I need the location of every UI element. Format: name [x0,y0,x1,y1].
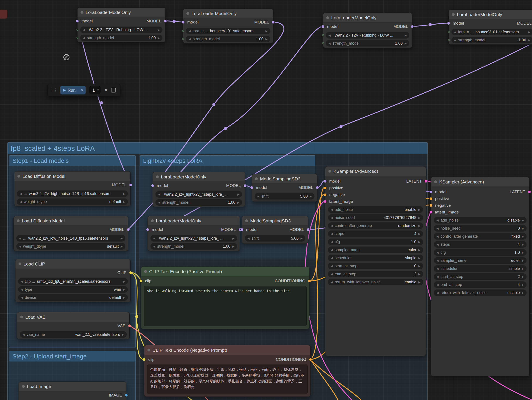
left-arrow-icon[interactable]: ◀ [83,28,85,31]
model-input-port[interactable] [321,25,324,28]
node-ksampler-advanced-high[interactable]: KSampler (Advanced) modelLATENT positive… [325,166,426,356]
clip-output-port[interactable] [129,271,132,274]
shift-widget[interactable]: ◀shift5.00▶ [245,235,305,242]
collapse-dot[interactable] [434,181,437,183]
lora-name-widget[interactable]: ◀Wan2.2 - T2V - Rubbing - LOW ...▶ [80,26,162,33]
link-model-lora2-to-lightx2v-high[interactable] [153,22,284,185]
negative-prompt-textarea[interactable]: 色调艳丽，过曝，静态，细节模糊不清，字幕，风格，作品，画作，画面，静止，整体发灰… [147,364,308,394]
positive-input-port[interactable] [430,197,432,200]
right-arrow-icon[interactable]: ▶ [418,224,420,227]
collapse-dot[interactable] [151,219,154,222]
conditioning-output-port[interactable] [309,358,312,361]
link-cond-negative-to-ksampler-high[interactable] [310,194,325,360]
left-arrow-icon[interactable]: ◀ [437,243,439,246]
right-arrow-icon[interactable]: ▶ [232,237,234,240]
latent-image-input-port[interactable] [430,211,432,214]
queue-count-steppers[interactable]: ▲▼ [97,88,99,92]
steps-widget[interactable]: ◀steps4▶ [434,241,526,248]
collapse-dot[interactable] [147,349,150,351]
right-arrow-icon[interactable]: ▶ [266,29,268,33]
image-output-port[interactable] [125,394,128,397]
collapse-dot[interactable] [20,316,23,319]
collapse-dot[interactable] [19,262,21,265]
node-load-diffusion-model-low[interactable]: Load Diffusion Model MODEL ◀...wan2.2_i2… [13,216,128,251]
conditioning-output-port[interactable] [308,279,311,282]
model-input-port[interactable] [76,19,79,23]
queue-count-input[interactable]: 1 ▲▼ [89,86,101,94]
start-at-step-widget[interactable]: ◀start_at_step2▶ [434,273,526,280]
left-arrow-icon[interactable]: ◀ [437,235,439,238]
right-arrow-icon[interactable]: ▶ [158,28,160,31]
right-arrow-icon[interactable]: ▶ [418,216,420,219]
collapse-dot[interactable] [255,177,258,180]
left-arrow-icon[interactable]: ◀ [21,296,23,299]
noise-seed-widget[interactable]: ◀noise_seed0▶ [434,225,526,231]
right-arrow-icon[interactable]: ▶ [522,267,524,270]
positive-prompt-textarea[interactable]: she is walking forward towards the camer… [144,286,307,326]
control-after-generate-widget[interactable]: ◀control after generaterandomize▶ [328,222,423,229]
node-loraloadermodelonly-4[interactable]: LoraLoaderModelOnly model MODEL ◀lora_n … [449,10,532,45]
left-arrow-icon[interactable]: ◀ [19,200,22,203]
collapse-dot[interactable] [186,12,189,15]
right-arrow-icon[interactable]: ▶ [122,333,124,336]
left-arrow-icon[interactable]: ◀ [437,275,439,278]
right-arrow-icon[interactable]: ▶ [522,251,524,254]
strength-model-widget[interactable]: ◀strength_model1.00▶ [155,199,242,206]
type-widget[interactable]: ◀typewan▶ [18,286,128,293]
link-cond-negative-to-offscreen-1[interactable] [310,360,338,400]
right-arrow-icon[interactable]: ▶ [418,264,420,268]
cancel-button[interactable]: × [104,87,108,93]
left-arrow-icon[interactable]: ◀ [454,31,456,34]
node-load-image[interactable]: Load Image IMAGE [19,381,126,400]
widget-input-port[interactable] [448,31,450,33]
model-input-port[interactable] [430,190,432,194]
right-arrow-icon[interactable]: ▶ [522,235,524,238]
node-titlebar[interactable]: Load CLIP [15,259,130,269]
node-canvas[interactable]: fp8_scaled + 4steps LoRA Step1 - Load mo… [0,0,532,400]
left-arrow-icon[interactable]: ◀ [158,201,160,204]
right-arrow-icon[interactable]: ▶ [232,245,234,248]
collapse-dot[interactable] [328,170,331,173]
node-titlebar[interactable]: CLIP Text Encode (Positive Prompt) [141,267,309,276]
cfg-widget[interactable]: ◀cfg1.0▶ [328,238,423,245]
node-lightx2v-lora-high[interactable]: LoraLoaderModelOnly model MODEL ◀wan2.2_… [153,172,245,207]
clip-name-widget[interactable]: ◀clip ...umt5_xxl_fp8_e4m3fn_scaled.safe… [18,278,128,285]
add-noise-widget[interactable]: ◀add_noisedisable▶ [434,217,526,224]
left-arrow-icon[interactable]: ◀ [189,29,191,33]
cfg-widget[interactable]: ◀cfg1.0▶ [434,249,526,256]
right-arrow-icon[interactable]: ▶ [528,31,530,34]
collapse-dot[interactable] [17,219,19,222]
model-input-port[interactable] [241,228,243,231]
left-arrow-icon[interactable]: ◀ [247,237,250,240]
node-titlebar[interactable]: LoraLoaderModelOnly [323,13,412,23]
left-arrow-icon[interactable]: ◀ [328,34,330,37]
right-arrow-icon[interactable]: ▶ [158,36,160,40]
clip-input-port[interactable] [143,358,146,361]
right-arrow-icon[interactable]: ▶ [418,208,420,211]
model-output-port[interactable] [243,184,247,187]
model-output-port[interactable] [307,228,310,231]
left-arrow-icon[interactable]: ◀ [437,251,439,254]
run-toolbar[interactable]: ⋮⋮ ▶ Run ∨ 1 ▲▼ × [47,84,120,96]
right-arrow-icon[interactable]: ▶ [522,283,524,286]
end-at-step-widget[interactable]: ◀end_at_step2▶ [328,271,423,277]
right-arrow-icon[interactable]: ▶ [522,291,524,294]
collapse-dot[interactable] [452,13,455,16]
node-loraloadermodelonly-3[interactable]: LoraLoaderModelOnly model MODEL ◀Wan2.2 … [323,13,412,48]
left-arrow-icon[interactable]: ◀ [21,280,23,283]
link-midpoint-dot[interactable] [173,20,176,23]
strength-model-widget[interactable]: ◀strength_model1.00▶ [80,35,162,41]
weight-dtype-widget[interactable]: ◀weight_dtypedefault▶ [16,243,126,250]
node-titlebar[interactable]: ModelSamplingSD3 [252,174,317,184]
left-arrow-icon[interactable]: ◀ [437,283,439,286]
lora-name-widget[interactable]: ◀lora_n ...bounceV_01.safetensors▶ [186,28,270,34]
model-output-port[interactable] [272,21,275,24]
node-titlebar[interactable]: LoraLoaderModelOnly [153,172,245,182]
right-arrow-icon[interactable]: ▶ [418,281,420,284]
left-arrow-icon[interactable]: ◀ [19,192,22,195]
right-arrow-icon[interactable]: ▶ [123,288,125,291]
model-input-port[interactable] [447,22,450,25]
widget-input-port[interactable] [322,43,324,44]
shift-widget[interactable]: ◀shift5.00▶ [254,193,314,200]
collapse-dot[interactable] [22,385,25,388]
